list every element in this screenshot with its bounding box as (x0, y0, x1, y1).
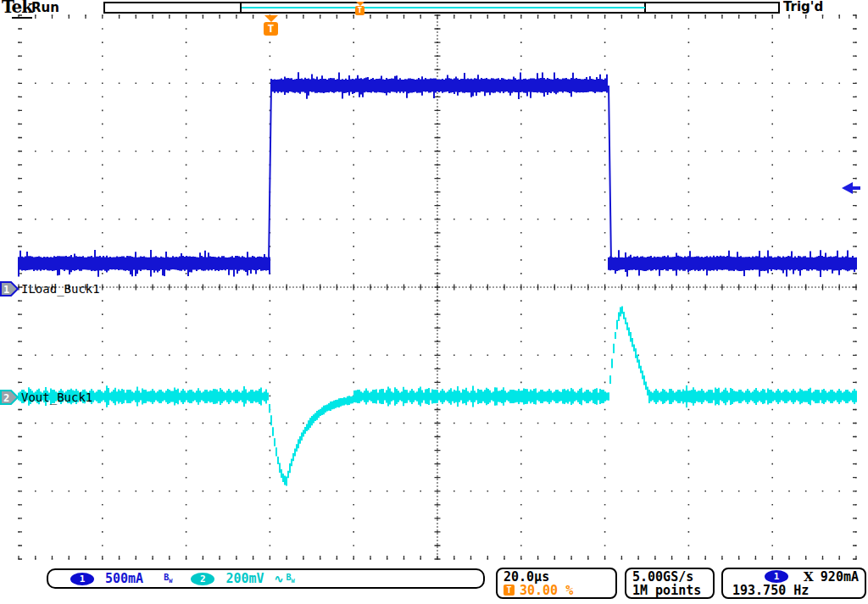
horizontal-readout-box[interactable]: 20.0µs T 30.00 % (496, 568, 617, 599)
oscilloscope-display (0, 0, 868, 604)
trigger-status: Trig'd (783, 0, 823, 14)
tek-logo-t: T (2, 0, 12, 17)
channel2-label: Vout_Buck1 (21, 391, 92, 404)
tek-logo: Tek (2, 0, 32, 17)
trigger-triangle-icon (264, 15, 278, 22)
trigger-source-badge: 1 (765, 570, 788, 583)
timebase-value: 20.0µs (504, 570, 609, 584)
trigger-position-marker[interactable]: T (264, 15, 279, 36)
sample-rate: 5.00GS/s (632, 570, 707, 584)
channel2-bandwidth-limit-icon: BW (286, 573, 294, 585)
trigger-frequency: 193.750 Hz (729, 584, 859, 597)
trigger-t-icon: T (355, 6, 364, 15)
trigger-level-arrow-icon[interactable] (841, 180, 867, 196)
record-trigger-position-marker[interactable]: T (355, 2, 364, 15)
acquisition-preview-bar[interactable] (103, 2, 780, 14)
record-length: 1M points (632, 584, 707, 597)
channel1-number: 1 (3, 284, 9, 296)
channel-readout-box[interactable]: 1 500mA BW 2 200mV ∿ BW (47, 568, 485, 589)
acquisition-readout-box[interactable]: 5.00GS/s 1M points (625, 568, 715, 599)
channel1-label: ILoad_Buck1 (21, 282, 100, 296)
channel1-reference-marker[interactable]: 1 (0, 280, 19, 297)
channel1-badge[interactable]: 1 (70, 573, 94, 585)
tek-logo-ek: ek (12, 0, 33, 19)
trigger-t-icon: T (264, 22, 278, 36)
trigger-slope-icon: X (804, 570, 814, 584)
channel2-ac-coupling-icon: ∿ (275, 573, 284, 585)
record-waveform-preview (242, 7, 645, 8)
channel2-number: 2 (3, 392, 9, 404)
channel1-scale: 500mA (105, 571, 143, 586)
trigger-position-percent: 30.00 % (520, 584, 573, 597)
channel1-bandwidth-limit-icon: BW (164, 573, 172, 585)
trigger-t-icon: T (504, 585, 515, 596)
trigger-level-value: 920mA (821, 570, 859, 584)
acquisition-status: Run (31, 0, 59, 15)
channel2-badge[interactable]: 2 (191, 573, 214, 585)
trigger-readout-box[interactable]: 1 X 920mA 193.750 Hz (721, 568, 866, 599)
channel2-scale: 200mV (225, 571, 264, 586)
channel2-reference-marker[interactable]: 2 (0, 389, 19, 406)
